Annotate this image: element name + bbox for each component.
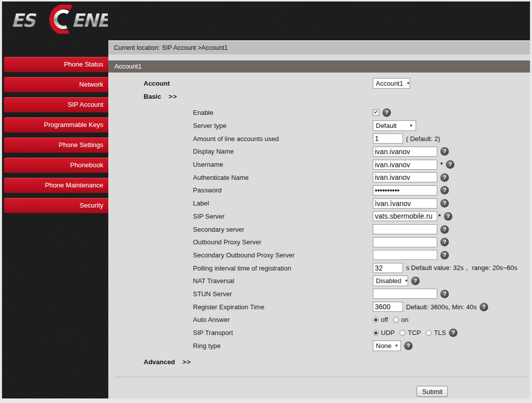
radio-unselected-icon: [400, 330, 406, 336]
nat-traversal-select[interactable]: Disabled ▼: [373, 276, 408, 286]
auth-name-input[interactable]: [373, 172, 437, 182]
field-row-line-accounts: Amount of line accounts used ( Default: …: [108, 132, 530, 145]
auto-answer-option-off[interactable]: off: [373, 316, 388, 323]
sip-transport-tls-label: TLS: [434, 329, 446, 337]
field-row-username: Username * ?: [108, 158, 530, 171]
advanced-section-row: Advanced >>: [108, 355, 530, 368]
help-icon[interactable]: ?: [440, 238, 449, 246]
basic-section-row: Basic >>: [108, 90, 530, 103]
field-row-auth-name: Authenticate Name ?: [108, 171, 530, 184]
label-input[interactable]: [373, 198, 437, 209]
submit-button[interactable]: Submit: [417, 386, 448, 397]
sidebar-item-phonebook[interactable]: Phonebook: [4, 158, 108, 173]
auto-answer-label: Auto Answer: [193, 316, 373, 323]
help-icon[interactable]: ?: [440, 186, 449, 194]
sip-server-input[interactable]: [373, 211, 437, 221]
nat-traversal-label: NAT Traversal: [193, 277, 373, 285]
polling-interval-label: Polling interval time of registration: [193, 264, 373, 272]
ring-type-select[interactable]: None ▼: [373, 341, 401, 351]
account-row: Account Account1 ▼: [108, 77, 530, 90]
breadcrumb: Current location: SIP Account >Account1: [108, 41, 530, 54]
radio-unselected-icon: [393, 317, 399, 323]
secondary-server-label: Secondary server: [193, 226, 373, 233]
help-icon[interactable]: ?: [440, 173, 449, 182]
line-accounts-input[interactable]: [373, 133, 403, 144]
username-input[interactable]: [373, 160, 437, 170]
required-asterisk: *: [438, 213, 441, 220]
auto-answer-off-label: off: [381, 316, 388, 323]
submit-row: Submit: [108, 386, 530, 397]
sip-transport-radio-group: UDP TCP TLS: [373, 329, 446, 337]
field-row-stun-server: STUN Server ?: [108, 288, 530, 301]
field-row-server-type: Server type Default ▼: [108, 119, 530, 132]
register-expiration-input[interactable]: [373, 302, 403, 312]
svg-text:ES: ES: [11, 10, 37, 31]
stun-server-label: STUN Server: [193, 290, 373, 298]
help-icon[interactable]: ?: [440, 225, 449, 234]
enable-checkbox[interactable]: ✔: [373, 109, 379, 116]
help-icon[interactable]: ?: [382, 108, 391, 117]
field-row-register-expiration: Register Expiration Time Default: 3600s,…: [108, 300, 530, 313]
basic-expander[interactable]: >>: [169, 93, 177, 100]
register-expiration-hint: Default: 3600s, Min: 40s: [406, 303, 477, 311]
sidebar-item-programmable-keys[interactable]: Programmable Keys: [4, 117, 108, 132]
help-icon[interactable]: ?: [480, 303, 488, 311]
display-name-label: Display Name: [193, 148, 373, 155]
sip-transport-option-tcp[interactable]: TCP: [400, 329, 421, 337]
help-icon[interactable]: ?: [440, 251, 449, 259]
server-type-select[interactable]: Default ▼: [373, 120, 416, 131]
field-row-display-name: Display Name ?: [108, 145, 530, 158]
sidebar-item-phone-status[interactable]: Phone Status: [4, 57, 108, 72]
help-icon[interactable]: ?: [411, 277, 420, 285]
field-row-sip-transport: SIP Transport UDP TCP TLS: [108, 326, 530, 340]
radio-selected-icon: [373, 330, 379, 336]
field-row-ring-type: Ring type None ▼ ?: [108, 339, 530, 352]
ring-type-label: Ring type: [193, 342, 373, 350]
help-icon[interactable]: ?: [440, 290, 449, 298]
sidebar-item-network[interactable]: Network: [4, 77, 108, 92]
sidebar-menu: Phone Status Network SIP Account Program…: [2, 40, 108, 213]
ring-type-select-value: None: [376, 342, 391, 350]
password-input[interactable]: [373, 185, 437, 195]
radio-selected-icon: [373, 317, 379, 323]
sidebar-item-phone-maintenance[interactable]: Phone Maintenance: [4, 178, 108, 193]
polling-interval-input[interactable]: [373, 263, 403, 273]
stun-server-input[interactable]: [373, 289, 437, 299]
account-select-value: Account1: [376, 80, 403, 87]
help-icon[interactable]: ?: [446, 160, 454, 169]
sidebar-item-security[interactable]: Security: [4, 198, 108, 213]
sip-transport-udp-label: UDP: [381, 329, 394, 337]
field-row-polling-interval: Polling interval time of registration s …: [108, 261, 530, 275]
main-content: Current location: SIP Account >Account1 …: [108, 40, 530, 398]
advanced-expander[interactable]: >>: [182, 358, 191, 366]
sip-transport-label: SIP Transport: [193, 329, 373, 337]
field-row-secondary-server: Secondary server ?: [108, 223, 530, 236]
escene-logo: ES ENE: [9, 5, 108, 36]
sip-transport-tcp-label: TCP: [408, 329, 421, 337]
sip-transport-option-tls[interactable]: TLS: [426, 329, 446, 337]
secondary-outbound-proxy-input[interactable]: [373, 250, 437, 260]
password-label: Password: [193, 186, 373, 194]
svg-text:ENE: ENE: [72, 10, 108, 31]
outbound-proxy-input[interactable]: [373, 237, 437, 247]
secondary-server-input[interactable]: [373, 224, 437, 234]
account-select[interactable]: Account1 ▼: [373, 78, 410, 89]
help-icon[interactable]: ?: [440, 147, 449, 156]
secondary-outbound-proxy-label: Secondary Outbound Proxy Server: [193, 251, 373, 259]
help-icon[interactable]: ?: [440, 199, 449, 208]
divider: [115, 377, 527, 377]
username-label: Username: [193, 161, 373, 168]
line-accounts-label: Amount of line accounts used: [193, 135, 373, 143]
sip-transport-option-udp[interactable]: UDP: [373, 329, 394, 337]
auto-answer-option-on[interactable]: on: [393, 316, 408, 323]
sidebar-item-phone-settings[interactable]: Phone Settings: [4, 138, 108, 153]
field-row-label: Label ?: [108, 197, 530, 210]
sidebar-item-sip-account[interactable]: SIP Account: [4, 97, 108, 112]
help-icon[interactable]: ?: [404, 342, 413, 350]
chevron-down-icon: ▼: [406, 81, 410, 86]
register-expiration-label: Register Expiration Time: [193, 303, 373, 311]
help-icon[interactable]: ?: [444, 212, 452, 221]
help-icon[interactable]: ?: [449, 328, 457, 337]
display-name-input[interactable]: [373, 147, 437, 157]
chevron-down-icon: ▼: [405, 279, 409, 283]
